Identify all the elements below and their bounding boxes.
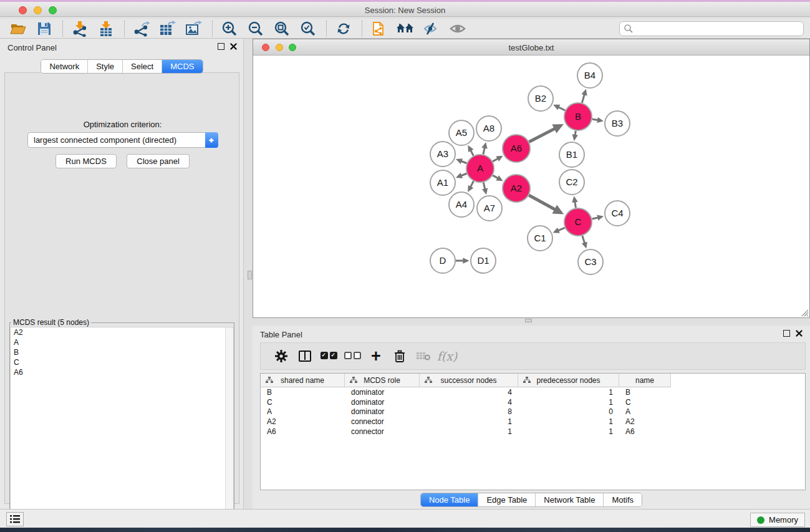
zoom-selected-button[interactable] (297, 20, 319, 37)
graph-edge-B-B1[interactable] (574, 131, 576, 138)
tab-motifs[interactable]: Motifs (603, 493, 642, 506)
graph-node-C3[interactable]: C3 (578, 249, 603, 274)
result-item[interactable]: A2 (11, 327, 233, 337)
close-panel-icon[interactable] (230, 43, 237, 50)
column-header-mcds-role[interactable]: MCDS role (345, 374, 420, 387)
graph-node-A3[interactable]: A3 (430, 142, 455, 167)
graph-edge-A6-B[interactable] (529, 126, 559, 142)
graph-node-B4[interactable]: B4 (577, 63, 602, 88)
graph-edge-A-A4[interactable] (469, 181, 473, 190)
column-header-name[interactable]: name (619, 374, 671, 387)
delete-table-button[interactable] (412, 345, 435, 367)
graph-node-D1[interactable]: D1 (471, 248, 496, 273)
graph-edge-C-C4[interactable] (592, 217, 601, 219)
mcds-result-list[interactable]: A2ABCA6 (10, 327, 234, 531)
graph-edge-A-A5[interactable] (469, 148, 473, 156)
table-row[interactable]: A2connector11A2 (261, 417, 805, 427)
graph-node-A5[interactable]: A5 (449, 120, 474, 145)
graph-edge-A-A8[interactable] (483, 145, 485, 155)
result-item[interactable]: A (11, 337, 233, 347)
zoom-in-button[interactable] (219, 20, 240, 37)
graph-edge-C-C2[interactable] (574, 198, 576, 208)
run-mcds-button[interactable]: Run MCDS (55, 154, 117, 168)
graph-node-A4[interactable]: A4 (449, 192, 474, 217)
graph-node-C1[interactable]: C1 (528, 226, 552, 251)
tab-style[interactable]: Style (87, 60, 122, 73)
hide-panels-button[interactable] (421, 20, 442, 37)
table-row[interactable]: A6connector11A6 (261, 427, 805, 437)
search-field[interactable] (619, 21, 804, 36)
network-horizontal-scrollbar[interactable] (525, 319, 532, 322)
table-mode-button[interactable] (269, 345, 293, 367)
memory-button[interactable]: Memory (750, 513, 805, 527)
graph-edge-C-C1[interactable] (555, 228, 564, 232)
float-table-panel-icon[interactable] (783, 330, 790, 337)
result-scrollbar[interactable] (225, 327, 233, 530)
houses-button[interactable] (395, 20, 416, 37)
criterion-dropdown[interactable]: largest connected component (directed) (27, 132, 218, 148)
result-item[interactable]: B (11, 347, 233, 357)
export-network-button[interactable] (131, 20, 152, 37)
graph-edge-B-B4[interactable] (582, 92, 585, 103)
graph-node-A8[interactable]: A8 (476, 116, 501, 141)
refresh-layout-button[interactable] (333, 20, 354, 37)
graph-edge-A-A7[interactable] (483, 182, 486, 192)
save-session-button[interactable] (34, 20, 55, 37)
table-row[interactable]: Cdominator41C (261, 397, 805, 407)
select-all-button[interactable] (317, 345, 340, 367)
task-history-button[interactable] (6, 512, 24, 526)
table-row[interactable]: Bdominator41B (261, 387, 805, 397)
show-columns-button[interactable] (293, 345, 317, 367)
graph-node-B1[interactable]: B1 (559, 142, 584, 167)
graph-edge-B-B3[interactable] (592, 119, 601, 120)
search-input[interactable] (634, 22, 803, 35)
graph-edge-C-C3[interactable] (582, 236, 586, 246)
tab-network-table[interactable]: Network Table (535, 493, 603, 506)
result-item[interactable]: A6 (11, 367, 233, 377)
graph-node-A[interactable]: A (466, 155, 494, 182)
open-file-button[interactable] (7, 20, 29, 37)
graph-edge-A-A6[interactable] (493, 157, 501, 162)
column-header-predecessor-nodes[interactable]: predecessor nodes (518, 374, 619, 387)
graph-node-A1[interactable]: A1 (430, 170, 455, 195)
graph-node-A6[interactable]: A6 (503, 135, 530, 162)
network-vertical-scrollbar[interactable] (248, 271, 252, 279)
graph-node-C4[interactable]: C4 (605, 201, 630, 226)
deselect-all-button[interactable] (340, 345, 364, 367)
graph-node-B[interactable]: B (564, 103, 592, 130)
network-canvas[interactable]: B4B2BB3A8A5A6A3B1AA1C2A2A4A7C4CC1DD1C3 (253, 56, 809, 317)
add-column-button[interactable]: + (364, 345, 388, 367)
close-panel-button[interactable]: Close panel (127, 154, 190, 168)
show-panels-button[interactable] (447, 20, 468, 37)
graph-node-B2[interactable]: B2 (528, 86, 553, 111)
tab-edge-table[interactable]: Edge Table (478, 493, 535, 506)
network-window-titlebar[interactable]: testGlobe.txt (253, 39, 809, 56)
result-item[interactable]: C (11, 357, 233, 367)
graph-edge-A-A2[interactable] (493, 175, 501, 180)
zoom-out-button[interactable] (245, 20, 266, 37)
graph-node-B3[interactable]: B3 (605, 111, 630, 136)
graph-node-A2[interactable]: A2 (503, 175, 530, 202)
export-image-button[interactable] (183, 20, 205, 37)
tab-network[interactable]: Network (41, 60, 87, 73)
table-row[interactable]: Adominator80A (261, 407, 805, 417)
graph-edge-B-B2[interactable] (556, 106, 565, 110)
tab-node-table[interactable]: Node Table (421, 493, 478, 506)
column-header-shared-name[interactable]: shared name (261, 374, 345, 387)
network-document-button[interactable] (369, 20, 390, 37)
tab-mcds[interactable]: MCDS (162, 60, 202, 73)
export-table-button[interactable] (157, 20, 178, 37)
close-table-panel-icon[interactable] (796, 330, 803, 337)
import-network-button[interactable] (69, 20, 90, 37)
graph-edge-A-A3[interactable] (458, 160, 467, 163)
import-table-button[interactable] (95, 20, 117, 37)
resize-grip-icon[interactable] (800, 308, 809, 317)
graph-node-C[interactable]: C (564, 208, 592, 236)
graph-node-A7[interactable]: A7 (477, 196, 502, 221)
column-header-successor-nodes[interactable]: successor nodes (420, 374, 518, 387)
tab-select[interactable]: Select (122, 60, 162, 73)
graph-edge-A2-C[interactable] (529, 195, 560, 212)
function-builder-button[interactable]: f(x) (435, 345, 459, 367)
delete-columns-button[interactable] (388, 345, 412, 367)
zoom-fit-button[interactable] (271, 20, 292, 37)
